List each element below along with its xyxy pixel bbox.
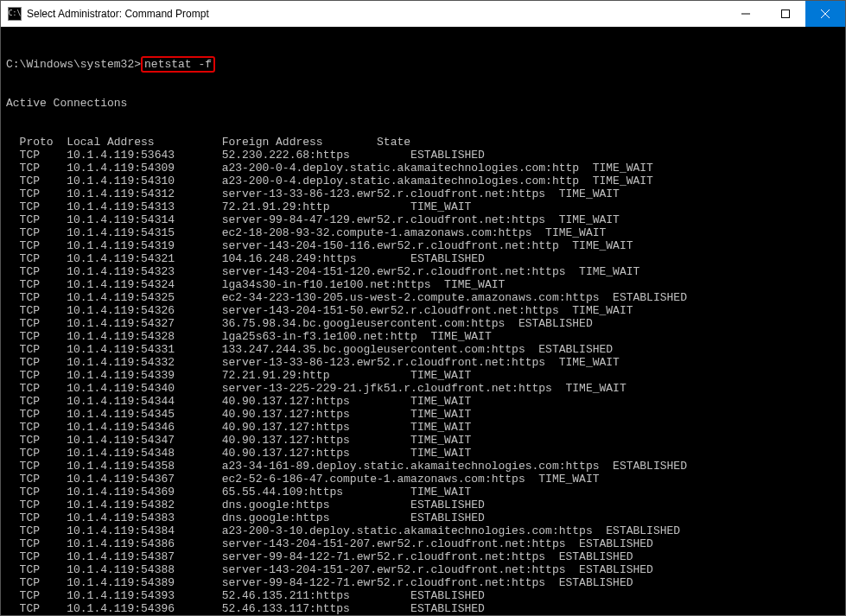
window-controls [726,1,845,27]
cmd-icon: C:\ [8,7,22,21]
maximize-button[interactable] [766,1,805,27]
titlebar[interactable]: C:\ Select Administrator: Command Prompt [1,1,845,27]
section-title: Active Connections [6,97,127,110]
prompt-path: C:\Windows\system32> [6,58,141,71]
minimize-button[interactable] [726,1,766,27]
close-button[interactable] [805,1,845,27]
command-highlight: netstat -f [141,56,215,73]
connection-rows: TCP 10.1.4.119:53643 52.230.222.68:https… [6,149,845,615]
terminal-output[interactable]: C:\Windows\system32>netstat -f Active Co… [1,27,845,615]
cmd-icon-label: C:\ [9,10,21,17]
prompt-line: C:\Windows\system32>netstat -f [6,56,215,73]
svg-rect-1 [782,10,790,18]
command-prompt-window: C:\ Select Administrator: Command Prompt… [0,0,846,616]
window-title: Select Administrator: Command Prompt [27,8,726,20]
header-row: Proto Local Address Foreign Address Stat… [6,136,845,149]
